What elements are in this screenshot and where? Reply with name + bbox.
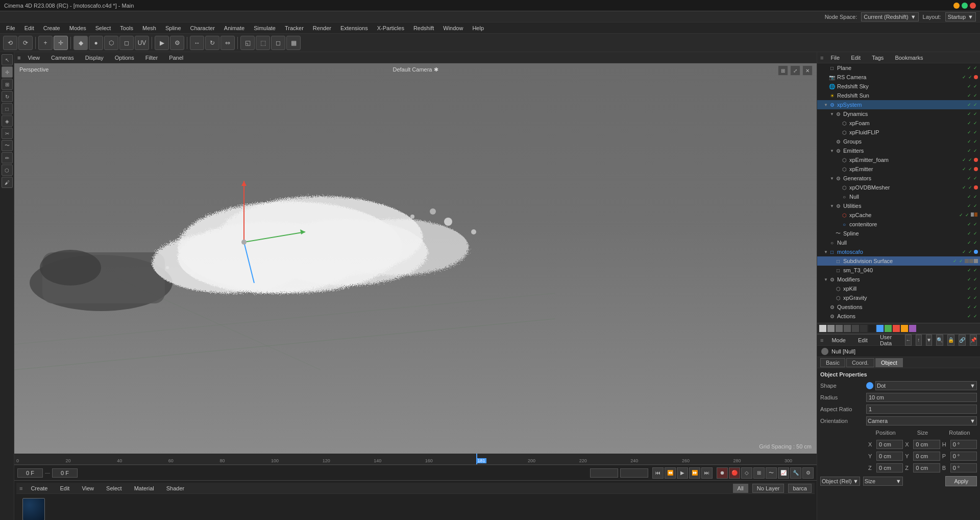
obj-row-rscamera[interactable]: 📷 RS Camera ✓ ✓ — [817, 73, 980, 82]
render-check[interactable]: ✓ — [968, 75, 973, 80]
arrow[interactable] — [829, 295, 835, 300]
obj-row-xpgravity[interactable]: ⬡ xpGravity ✓ ✓ — [817, 293, 980, 302]
visibility-check[interactable]: ✓ — [962, 75, 967, 80]
props-search-icon[interactable]: 🔍 — [936, 335, 943, 346]
arrow[interactable] — [836, 167, 841, 172]
tab-coord[interactable]: Coord. — [846, 358, 874, 367]
mat-tab-barca[interactable]: barca — [788, 484, 812, 493]
layout-select[interactable]: Startup ▼ — [945, 12, 976, 21]
swatch-red[interactable] — [893, 325, 900, 332]
render-settings-button[interactable]: ⚙ — [170, 36, 184, 50]
arrow[interactable] — [823, 93, 828, 98]
extra1-button[interactable]: 🔧 — [790, 467, 801, 479]
size-y-value[interactable]: 0 cm — [913, 452, 940, 461]
arrow[interactable]: ▼ — [829, 176, 835, 181]
display-btn-1[interactable]: ◱ — [240, 36, 255, 50]
vp-menu-cameras[interactable]: Cameras — [47, 54, 78, 62]
go-start-button[interactable]: ⏮ — [652, 467, 664, 479]
menu-help[interactable]: Help — [468, 24, 488, 32]
display-btn-3[interactable]: ◻ — [271, 36, 285, 50]
obj-row-motoscafo[interactable]: ▼ □ motoscafo ✓ ✓ — [817, 247, 980, 256]
brush-tool[interactable]: ✏ — [2, 152, 13, 163]
pos-z-value[interactable]: 0 cm — [876, 463, 903, 472]
swatch-gray4[interactable] — [852, 325, 859, 332]
minimize-button[interactable] — [953, 3, 960, 9]
arrow[interactable] — [823, 240, 828, 245]
arrow[interactable] — [823, 84, 828, 89]
new-button[interactable]: + — [38, 36, 53, 50]
menu-animate[interactable]: Animate — [220, 24, 249, 32]
obj-row-emitters[interactable]: ▼ ⚙ Emitters ✓ ✓ — [817, 146, 980, 155]
spline-tool[interactable]: 〜 — [2, 140, 13, 151]
sculpt-tool[interactable]: ⬡ — [2, 164, 13, 176]
vp-menu-panel[interactable]: Panel — [165, 54, 187, 62]
obj-row-null-gen[interactable]: ○ Null ✓ ✓ — [817, 192, 980, 201]
coord-sys-select[interactable]: Object (Rel) ▼ — [820, 477, 860, 486]
arrow[interactable]: ▼ — [823, 249, 828, 254]
props-filter-icon[interactable]: ▼ — [926, 335, 932, 346]
obj-row-subdivision[interactable]: □ Subdivision Surface ✓ ✓ — [817, 256, 980, 266]
arrow[interactable]: ▼ — [823, 277, 828, 282]
swatch-gray3[interactable] — [844, 325, 851, 332]
play-button[interactable]: ▶ — [677, 467, 688, 479]
aspect-ratio-value[interactable]: 1 — [866, 405, 977, 414]
obj-row-utilities[interactable]: ▼ ⚙ Utilities ✓ ✓ — [817, 201, 980, 210]
obj-row-generators[interactable]: ▼ ⚙ Generators ✓ ✓ — [817, 174, 980, 183]
menu-xparticles[interactable]: X-Particles — [373, 24, 408, 32]
vp-menu-filter[interactable]: Filter — [141, 54, 162, 62]
menu-window[interactable]: Window — [439, 24, 467, 32]
go-end-button[interactable]: ⏭ — [701, 467, 713, 479]
obj-row-xpfluidflip[interactable]: ⬡ xpFluidFLIP ✓ ✓ — [817, 128, 980, 137]
props-pin-icon[interactable]: 📌 — [970, 335, 977, 346]
menu-tools[interactable]: Tools — [116, 24, 137, 32]
obj-row-rssun[interactable]: ☀ Redshift Sun ✓ ✓ — [817, 91, 980, 100]
swatch-dark[interactable] — [868, 325, 875, 332]
menu-create[interactable]: Create — [39, 24, 64, 32]
viewport[interactable]: Perspective Default Camera ✱ Grid Spacin… — [14, 63, 817, 454]
arrow[interactable] — [836, 157, 841, 162]
swatch-green[interactable] — [885, 325, 892, 332]
autokey-button[interactable]: 🔴 — [729, 467, 740, 479]
obj-row-questions[interactable]: ⚙ Questions ✓ ✓ — [817, 302, 980, 312]
rotate-tool[interactable]: ↻ — [2, 91, 13, 102]
menu-simulate[interactable]: Simulate — [250, 24, 280, 32]
arrow[interactable] — [829, 268, 835, 273]
arrow[interactable] — [836, 130, 841, 135]
maximize-button[interactable] — [962, 3, 968, 9]
menu-extensions[interactable]: Extensions — [336, 24, 372, 32]
vp-maximize-icon[interactable]: ⤢ — [790, 65, 800, 76]
arrow[interactable] — [823, 304, 828, 310]
close-button[interactable] — [970, 3, 976, 9]
orientation-select[interactable]: Camera ▼ — [866, 416, 977, 426]
obj-row-groups[interactable]: ⚙ Groups ✓ ✓ — [817, 137, 980, 146]
obj-row-rssky[interactable]: 🌐 Redshift Sky ✓ ✓ — [817, 82, 980, 91]
display-btn-4[interactable]: ▦ — [286, 36, 301, 50]
point-mode-button[interactable]: ● — [89, 36, 103, 50]
rotate-button[interactable]: ↻ — [205, 36, 219, 50]
coord-size-select[interactable]: Size ▼ — [863, 477, 903, 486]
vp-menu-view[interactable]: View — [23, 54, 44, 62]
props-menu-userdata[interactable]: User Data — [876, 333, 897, 347]
obj-row-xpsystem[interactable]: ▼ ⚙ xpSystem ✓ ✓ — [817, 100, 980, 109]
arrow[interactable]: ▼ — [829, 111, 835, 116]
radius-value[interactable]: 10 cm — [866, 393, 977, 402]
move-button[interactable]: ↔ — [190, 36, 204, 50]
menu-tracker[interactable]: Tracker — [281, 24, 308, 32]
swatch-gray1[interactable] — [827, 325, 835, 332]
scale-button[interactable]: ⇔ — [220, 36, 235, 50]
arrow[interactable] — [836, 212, 841, 218]
obj-row-xpcache[interactable]: ⬡ xpCache ✓ ✓ — [817, 210, 980, 220]
mat-menu-shader[interactable]: Shader — [162, 484, 188, 492]
move-tool-button[interactable]: ✛ — [54, 36, 68, 50]
arrow[interactable]: ▼ — [829, 148, 835, 153]
knife-tool[interactable]: ✂ — [2, 128, 13, 139]
rot-h-value[interactable]: 0 ° — [950, 440, 977, 449]
menu-redshift[interactable]: Redshift — [409, 24, 438, 32]
display-btn-2[interactable]: ⬚ — [256, 36, 270, 50]
menu-edit[interactable]: Edit — [20, 24, 38, 32]
arrow[interactable] — [836, 121, 841, 126]
obj-row-smt3040[interactable]: □ sm_T3_040 ✓ ✓ — [817, 266, 980, 275]
obj-menu-edit[interactable]: Edit — [847, 54, 865, 62]
extra2-button[interactable]: ⚙ — [802, 467, 814, 479]
arrow[interactable] — [829, 258, 835, 264]
